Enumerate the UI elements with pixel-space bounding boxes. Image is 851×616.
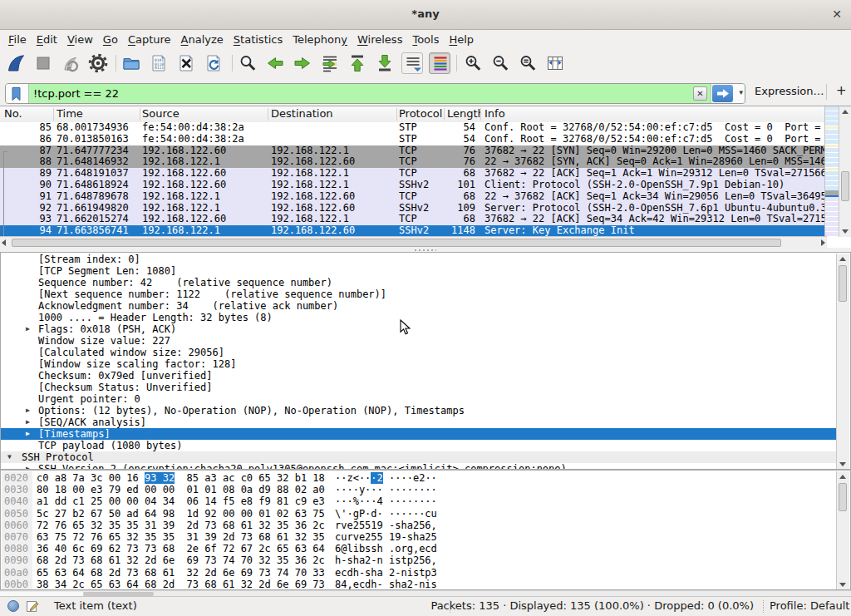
hex-row-0030[interactable]: 003080 18 00 e3 79 ed 00 00 01 01 08 0a …: [1, 484, 836, 495]
expert-info-icon[interactable]: [7, 600, 19, 612]
column-header-destination[interactable]: Destination: [271, 106, 333, 121]
menu-go[interactable]: Go: [98, 30, 123, 49]
detail-line[interactable]: Sequence number: 42 (relative sequence n…: [1, 277, 836, 288]
detail-line[interactable]: [Calculated window size: 29056]: [1, 347, 836, 358]
status-profile[interactable]: Profile: Default: [770, 597, 849, 615]
zoom-in-button[interactable]: [462, 52, 484, 74]
detail-line[interactable]: [Checksum Status: Unverified]: [1, 382, 836, 393]
detail-line[interactable]: ▶Flags: 0x018 (PSH, ACK): [1, 323, 836, 335]
display-filter-input[interactable]: !tcp.port == 22: [29, 84, 711, 103]
detail-line[interactable]: TCP payload (1080 bytes): [1, 440, 836, 451]
go-forward-button[interactable]: [292, 52, 313, 74]
packet-row-90[interactable]: 9071.648618924192.168.122.60192.168.122.…: [0, 180, 827, 191]
detail-line[interactable]: Acknowledgment number: 34 (relative ack …: [1, 300, 836, 312]
menu-analyze[interactable]: Analyze: [176, 30, 229, 49]
filter-apply-button[interactable]: [712, 85, 733, 102]
filter-bookmark-button[interactable]: [6, 84, 29, 103]
menu-telephony[interactable]: Telephony: [288, 30, 352, 49]
hex-row-00b0[interactable]: 00b038 34 2c 65 63 64 68 2d 73 68 61 32 …: [1, 579, 836, 590]
expand-arrow-icon[interactable]: ▶: [26, 416, 30, 428]
column-header-length[interactable]: Length: [447, 106, 480, 121]
detail-line[interactable]: ▶[SEQ/ACK analysis]: [1, 416, 836, 428]
detail-line[interactable]: [Next sequence number: 1122 (relative se…: [1, 288, 836, 300]
column-header-no[interactable]: No.: [4, 106, 22, 121]
detail-line[interactable]: ▶Options: (12 bytes), No-Operation (NOP)…: [1, 405, 836, 416]
packet-row-92[interactable]: 9271.661949820192.168.122.1192.168.122.6…: [0, 203, 827, 214]
packet-list-vscrollbar[interactable]: [839, 106, 851, 237]
filter-clear-button[interactable]: ✕: [693, 86, 707, 101]
restart-capture-button[interactable]: [60, 52, 81, 74]
close-file-button[interactable]: [175, 52, 197, 74]
add-filter-button[interactable]: +: [836, 77, 847, 105]
packet-row-94[interactable]: 9471.663856741192.168.122.1192.168.122.6…: [0, 225, 827, 237]
packet-row-91[interactable]: 9171.648789678192.168.122.1192.168.122.6…: [0, 191, 827, 203]
go-back-button[interactable]: [264, 52, 286, 74]
column-header-info[interactable]: Info: [485, 106, 505, 121]
detail-line[interactable]: [Window size scaling factor: 128]: [1, 358, 836, 370]
menu-help[interactable]: Help: [444, 30, 479, 49]
zoom-out-button[interactable]: [489, 52, 511, 74]
zoom-original-button[interactable]: [517, 52, 539, 74]
stop-capture-button[interactable]: [32, 52, 54, 74]
menu-statistics[interactable]: Statistics: [229, 30, 288, 49]
column-separator[interactable]: [268, 108, 268, 121]
open-file-button[interactable]: [121, 52, 142, 74]
menu-file[interactable]: File: [3, 30, 32, 49]
detail-line[interactable]: Checksum: 0x79ed [unverified]: [1, 370, 836, 382]
hex-row-00a0[interactable]: 00a065 63 64 68 2d 73 68 61 32 2d 6e 69 …: [1, 567, 836, 579]
close-icon[interactable]: ✕: [832, 0, 842, 28]
go-to-packet-button[interactable]: [319, 52, 341, 74]
expand-arrow-icon[interactable]: ▶: [26, 323, 30, 335]
packet-list-hscrollbar[interactable]: [0, 236, 827, 248]
save-file-button[interactable]: 010101100111: [148, 52, 170, 74]
detail-line[interactable]: ▶SSH Version 2 (encryption:chacha20-poly…: [1, 463, 836, 470]
packet-row-93[interactable]: 9371.662015274192.168.122.60192.168.122.…: [0, 214, 827, 225]
hex-row-0020[interactable]: 0020c0 a8 7a 3c 00 16 93 32 85 a3 ac c0 …: [1, 472, 836, 484]
column-header-protocol[interactable]: Protocol: [399, 106, 442, 121]
menu-capture[interactable]: Capture: [123, 30, 176, 49]
hex-row-0070[interactable]: 007063 75 72 76 65 32 35 35 31 39 2d 73 …: [1, 531, 836, 543]
detail-line[interactable]: [Stream index: 0]: [1, 254, 836, 265]
packet-row-87[interactable]: 8771.647777234192.168.122.60192.168.122.…: [0, 145, 827, 157]
hex-row-0080[interactable]: 008036 40 6c 69 62 73 73 68 2e 6f 72 67 …: [1, 543, 836, 554]
detail-line[interactable]: 1000 .... = Header Length: 32 bytes (8): [1, 312, 836, 323]
packet-list-minimap[interactable]: [824, 106, 839, 237]
go-last-button[interactable]: [374, 52, 396, 74]
hex-row-0090[interactable]: 009068 2d 73 68 61 32 2d 6e 69 73 74 70 …: [1, 554, 836, 566]
menu-view[interactable]: View: [62, 30, 98, 49]
detail-line[interactable]: ▼SSH Protocol: [1, 451, 836, 463]
find-packet-button[interactable]: [237, 52, 258, 74]
bytes-hscrollbar[interactable]: [0, 590, 851, 596]
column-separator[interactable]: [396, 108, 397, 121]
packet-row-86[interactable]: 8670.013850163fe:54:00:d4:38:2aSTP54Conf…: [0, 134, 827, 145]
colorize-button[interactable]: [429, 52, 450, 74]
detail-line[interactable]: Window size value: 227: [1, 335, 836, 347]
column-header-source[interactable]: Source: [142, 106, 180, 121]
bytes-vscrollbar[interactable]: [836, 471, 849, 590]
hex-row-0050[interactable]: 00505c 27 b2 67 50 ad 64 98 1d 92 00 00 …: [1, 508, 836, 520]
go-first-button[interactable]: [347, 52, 368, 74]
detail-line[interactable]: [TCP Segment Len: 1080]: [1, 265, 836, 277]
collapse-arrow-icon[interactable]: ▼: [7, 451, 12, 463]
packet-row-85[interactable]: 8568.001734936fe:54:00:d4:38:2aSTP54Conf…: [0, 122, 827, 134]
expression-button[interactable]: Expression…: [755, 77, 824, 105]
reload-file-button[interactable]: [203, 52, 224, 74]
filter-dropdown-caret[interactable]: ▾: [739, 88, 743, 96]
expand-arrow-icon[interactable]: ▶: [26, 428, 30, 440]
capture-comment-icon[interactable]: [26, 599, 39, 615]
expand-arrow-icon[interactable]: ▶: [26, 405, 30, 416]
expand-arrow-icon[interactable]: ▶: [26, 463, 30, 470]
menu-wireless[interactable]: Wireless: [352, 30, 407, 49]
capture-options-button[interactable]: [87, 52, 109, 74]
packet-row-88[interactable]: 8871.648146932192.168.122.1192.168.122.6…: [0, 156, 827, 168]
resize-columns-button[interactable]: [544, 52, 566, 74]
hex-row-0060[interactable]: 006072 76 65 32 35 35 31 39 2d 73 68 61 …: [1, 520, 836, 531]
auto-scroll-button[interactable]: [401, 52, 423, 74]
column-separator[interactable]: [140, 108, 140, 121]
start-capture-button[interactable]: [5, 52, 27, 74]
menu-tools[interactable]: Tools: [407, 30, 444, 49]
detail-line[interactable]: Urgent pointer: 0: [1, 393, 836, 405]
column-header-time[interactable]: Time: [57, 106, 83, 121]
detail-line[interactable]: ▶[Timestamps]: [1, 428, 836, 440]
menu-edit[interactable]: Edit: [32, 30, 62, 49]
